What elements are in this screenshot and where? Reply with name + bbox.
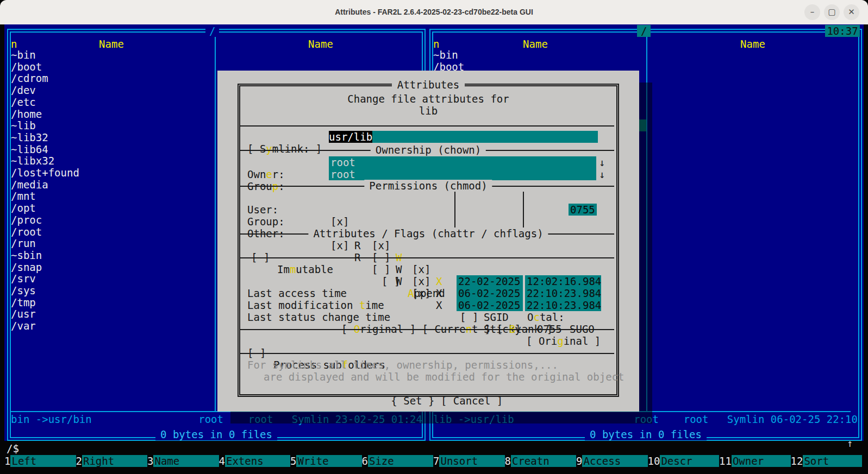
fn-key-number: 10	[648, 455, 660, 467]
fn-key-12[interactable]: 12Sort	[791, 455, 863, 467]
file-item[interactable]: /opt	[11, 202, 36, 214]
scrollback-arrow-icon[interactable]: ↑	[847, 437, 853, 449]
fn-key-label: Owner	[732, 455, 791, 467]
file-item[interactable]: /lost+found	[11, 167, 79, 179]
file-item[interactable]: /tmp	[11, 296, 36, 308]
dialog-filename: lib	[217, 105, 639, 117]
file-item[interactable]: ~bin	[11, 49, 36, 61]
right-panel-col1-header[interactable]: Name	[489, 38, 582, 50]
access-time-input[interactable]: 12:02:16.984	[525, 275, 601, 287]
file-item[interactable]: ~lib	[11, 119, 36, 131]
fn-key-number: 8	[505, 455, 511, 467]
access-date-input[interactable]: 22-02-2025	[457, 275, 523, 287]
maximize-button[interactable]: ▢	[824, 4, 840, 20]
group-history-arrow-icon[interactable]: ↓	[599, 168, 605, 180]
owner-input[interactable]: root	[329, 156, 596, 168]
set-button[interactable]: { Set }	[391, 395, 434, 407]
window-titlebar: Attributes - FAR2L 2.6.4-2025-02-23-cd70…	[0, 0, 868, 24]
left-panel-footer-count: 0 bytes in 0 files	[155, 428, 277, 440]
fn-key-number: 1	[4, 455, 10, 467]
fn-key-9[interactable]: 9Access	[576, 455, 648, 467]
right-panel-footer-count: 0 bytes in 0 files	[585, 428, 707, 440]
separator	[240, 329, 614, 330]
file-item[interactable]: /etc	[11, 96, 36, 108]
fn-key-7[interactable]: 7Unsort	[433, 455, 505, 467]
far-screen: / n Name Name ~bin/boot/cdrom/dev/etc/ho…	[0, 24, 868, 474]
file-item[interactable]: /snap	[11, 261, 42, 273]
fn-key-11[interactable]: 11Owner	[719, 455, 791, 467]
fn-key-label: Extens	[225, 455, 290, 467]
fn-key-number: 7	[433, 455, 439, 467]
fn-key-1[interactable]: 1Left	[4, 455, 76, 467]
file-item[interactable]: /sys	[11, 285, 36, 296]
file-item[interactable]: ~libx32	[11, 155, 54, 167]
fn-key-label: Descr	[660, 455, 719, 467]
status-change-date-input[interactable]: 06-02-2025	[457, 299, 523, 311]
right-panel-path[interactable]: /	[637, 25, 651, 37]
file-item[interactable]: /srv	[11, 273, 36, 285]
fn-key-5[interactable]: 5Write	[290, 455, 362, 467]
modification-time-input[interactable]: 22:10:23.984	[525, 287, 601, 299]
modification-date-input[interactable]: 06-02-2025	[457, 287, 523, 299]
file-item[interactable]: /usr	[11, 308, 36, 320]
fn-key-label: Sort	[803, 455, 862, 467]
attributes-dialog: Attributes Change file attributes for li…	[217, 71, 639, 412]
fn-key-label: Size	[368, 455, 433, 467]
status-change-time-input[interactable]: 22:10:23.984	[525, 299, 601, 311]
file-item[interactable]: /cdrom	[11, 72, 48, 84]
fn-key-2[interactable]: 2Right	[76, 455, 148, 467]
file-item[interactable]: ~sbin	[11, 249, 42, 261]
separator	[240, 257, 614, 258]
left-panel-status-name: bin ->usr/bin	[11, 413, 92, 425]
fn-key-8[interactable]: 8Creatn	[505, 455, 577, 467]
file-item[interactable]: ~bin	[433, 49, 458, 61]
left-panel-col2-header[interactable]: Name	[272, 38, 370, 50]
file-item[interactable]: ~lib32	[11, 131, 48, 143]
fn-key-4[interactable]: 4Extens	[219, 455, 291, 467]
symlink-note-line2: are displayed and will be modified for t…	[264, 371, 685, 383]
file-item[interactable]: /root	[11, 226, 42, 238]
file-item[interactable]: /home	[11, 108, 42, 120]
file-item[interactable]: /dev	[11, 84, 36, 96]
fn-key-6[interactable]: 6Size	[362, 455, 434, 467]
file-item[interactable]: /var	[11, 320, 36, 332]
file-item[interactable]: /media	[11, 179, 48, 191]
fn-key-label: Access	[582, 455, 647, 467]
left-panel-path[interactable]: /	[205, 25, 219, 37]
command-line[interactable]: /$	[7, 443, 19, 454]
separator	[240, 353, 614, 354]
fn-key-10[interactable]: 10Descr	[648, 455, 720, 467]
left-panel-col1-header[interactable]: Name	[65, 38, 158, 50]
cancel-button[interactable]: [ Cancel ]	[441, 395, 503, 407]
file-item[interactable]: ~lib64	[11, 143, 48, 155]
right-panel-col2-header[interactable]: Name	[707, 38, 799, 50]
permissions-user-row: User: [x] R [x] W [x] X [ ] SUID Octal: …	[217, 192, 639, 204]
fn-key-number: 4	[219, 455, 225, 467]
file-item[interactable]: /boot	[11, 61, 42, 73]
window-title: Attributes - FAR2L 2.6.4-2025-02-23-cd70…	[0, 0, 868, 24]
file-item[interactable]: /run	[11, 237, 36, 249]
fn-key-number: 2	[76, 455, 82, 467]
time-buttons-row: [ Original ] [ Current ] [ Blank ]	[217, 311, 639, 323]
minimize-button[interactable]: –	[804, 4, 820, 20]
file-item[interactable]: /mnt	[11, 190, 36, 202]
dialog-title: Attributes	[392, 79, 465, 91]
octal-input[interactable]: 0755	[569, 204, 597, 216]
close-button[interactable]: ✕	[844, 4, 859, 20]
file-item[interactable]: /proc	[11, 214, 42, 226]
owner-history-arrow-icon[interactable]: ↓	[599, 156, 605, 168]
symlink-label[interactable]: [ Symlink: ]	[247, 143, 322, 155]
time-format-header: DD-MM-YYYY hh:mm:ss.ms	[217, 263, 639, 275]
fn-key-label: Name	[153, 455, 218, 467]
left-panel-file-list: ~bin/boot/cdrom/dev/etc/home~lib~lib32~l…	[11, 49, 212, 334]
group-input[interactable]: root	[329, 168, 596, 180]
fn-key-label: Unsort	[439, 455, 504, 467]
fn-key-3[interactable]: 3Name	[147, 455, 219, 467]
right-panel-status-info: root root Symlin 06-02-25 22:10	[620, 413, 858, 425]
fn-key-number: 5	[290, 455, 296, 467]
symlink-input[interactable]: usr/lib	[329, 131, 598, 143]
left-panel-sort-mode: n	[11, 38, 17, 50]
right-panel-sort-mode: n	[433, 38, 439, 50]
flags-row: [ ] Immutable [ ] Append	[217, 239, 639, 251]
flags-section-title: Attributes / Flags (chattr / chflags)	[308, 227, 548, 239]
